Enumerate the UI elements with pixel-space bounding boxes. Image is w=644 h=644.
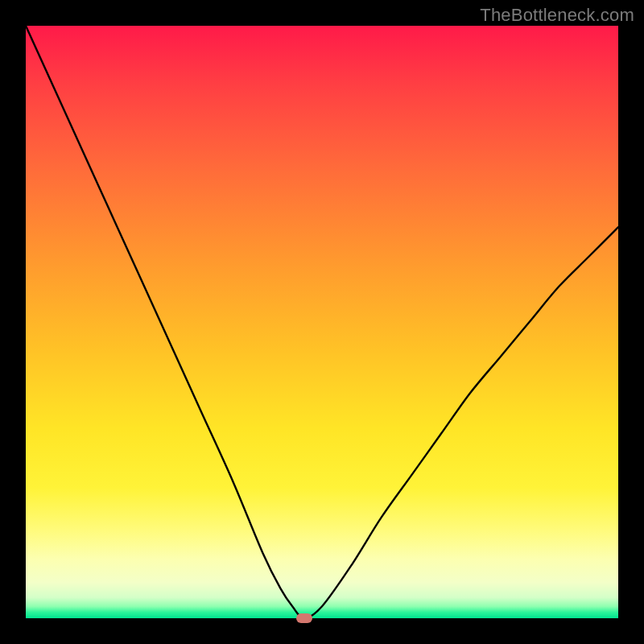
plot-area [26, 26, 618, 618]
bottleneck-curve [26, 26, 618, 618]
watermark-text: TheBottleneck.com [480, 5, 634, 26]
chart-frame: TheBottleneck.com [0, 0, 644, 644]
optimal-point-marker [296, 613, 312, 623]
